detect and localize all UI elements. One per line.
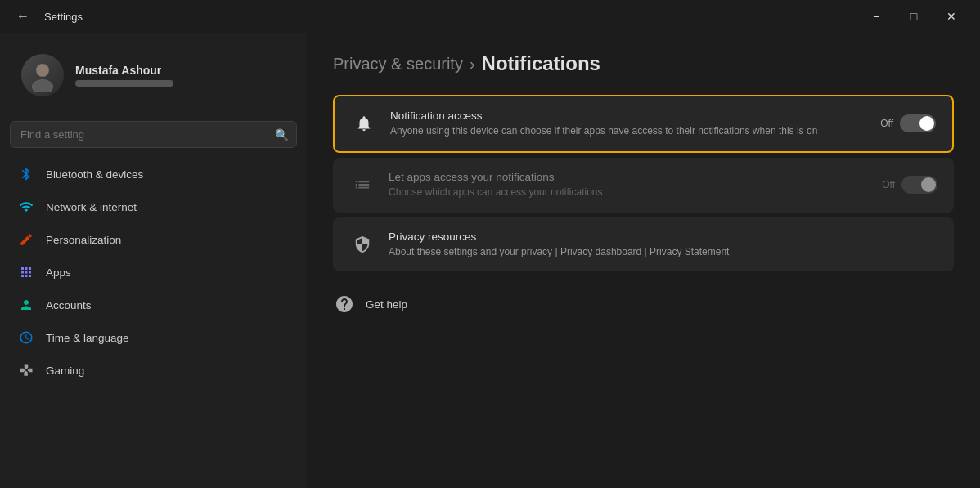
sidebar-label-accounts: Accounts	[46, 299, 92, 311]
privacy-resources-card[interactable]: Privacy resources About these settings a…	[333, 217, 954, 272]
let-apps-toggle-knob	[921, 177, 936, 192]
titlebar-left: ← Settings	[10, 6, 83, 27]
notification-access-toggle-label: Off	[880, 118, 893, 129]
sidebar-label-bluetooth: Bluetooth & devices	[46, 168, 143, 181]
avatar	[21, 54, 64, 96]
notification-access-toggle[interactable]	[900, 114, 936, 132]
user-info: Mustafa Ashour	[75, 64, 173, 87]
sidebar-label-time: Time & language	[46, 332, 129, 344]
privacy-resources-text: Privacy resources About these settings a…	[389, 231, 937, 259]
search-icon: 🔍	[275, 128, 289, 141]
get-help-text: Get help	[366, 298, 407, 311]
notification-access-control: Off	[880, 114, 936, 132]
gaming-icon	[18, 362, 34, 378]
notification-access-text: Notification access Anyone using this de…	[390, 110, 867, 138]
close-button[interactable]: ✕	[933, 3, 970, 29]
svg-point-2	[37, 65, 48, 76]
sidebar-item-personalization[interactable]: Personalization	[7, 223, 300, 256]
let-apps-toggle[interactable]	[901, 176, 937, 194]
sidebar-label-gaming: Gaming	[46, 365, 84, 377]
avatar-image	[21, 54, 64, 96]
let-apps-access-text: Let apps access your notifications Choos…	[389, 171, 869, 199]
toggle-knob	[919, 116, 934, 131]
sidebar-item-time[interactable]: Time & language	[7, 321, 300, 354]
privacy-resources-desc: About these settings and your privacy | …	[389, 245, 937, 259]
nav-list: Bluetooth & devices Network & internet P…	[0, 154, 307, 488]
content-area: Privacy & security › Notifications Notif…	[307, 33, 980, 488]
shield-icon	[349, 231, 375, 257]
app-title: Settings	[44, 11, 83, 23]
search-input[interactable]	[10, 121, 297, 148]
time-icon	[18, 329, 34, 346]
notification-access-desc: Anyone using this device can choose if t…	[390, 124, 867, 138]
accounts-icon	[18, 297, 34, 313]
maximize-button[interactable]: □	[895, 3, 933, 29]
user-email-placeholder	[75, 80, 173, 87]
sidebar-label-apps: Apps	[46, 266, 71, 279]
sidebar-label-network: Network & internet	[46, 201, 137, 213]
sidebar-item-network[interactable]: Network & internet	[7, 190, 300, 223]
bluetooth-icon	[18, 166, 34, 182]
sidebar-item-bluetooth[interactable]: Bluetooth & devices	[7, 158, 300, 190]
main-layout: Mustafa Ashour 🔍 Bluetooth & devices	[0, 33, 980, 488]
get-help-icon	[333, 293, 356, 316]
notification-access-title: Notification access	[390, 110, 867, 122]
breadcrumb-current: Notifications	[482, 52, 600, 75]
notification-access-card[interactable]: Notification access Anyone using this de…	[333, 95, 954, 153]
user-name: Mustafa Ashour	[75, 64, 173, 77]
list-icon	[349, 172, 375, 198]
user-profile[interactable]: Mustafa Ashour	[8, 39, 299, 111]
let-apps-access-title: Let apps access your notifications	[389, 171, 869, 183]
network-icon	[18, 199, 34, 215]
let-apps-access-card[interactable]: Let apps access your notifications Choos…	[333, 158, 954, 213]
sidebar: Mustafa Ashour 🔍 Bluetooth & devices	[0, 33, 307, 488]
sidebar-item-apps[interactable]: Apps	[7, 256, 300, 289]
apps-icon	[18, 264, 34, 280]
sidebar-item-accounts[interactable]: Accounts	[7, 289, 300, 321]
minimize-button[interactable]: −	[857, 3, 895, 29]
sidebar-item-gaming[interactable]: Gaming	[7, 354, 300, 387]
personalization-icon	[18, 231, 34, 248]
window-controls: − □ ✕	[857, 3, 970, 29]
back-button[interactable]: ←	[10, 6, 36, 27]
let-apps-access-desc: Choose which apps can access your notifi…	[389, 186, 869, 199]
privacy-resources-title: Privacy resources	[389, 231, 937, 243]
bell-icon	[351, 110, 377, 137]
breadcrumb-separator: ›	[470, 55, 475, 74]
get-help[interactable]: Get help	[333, 288, 954, 320]
let-apps-toggle-label: Off	[882, 179, 895, 190]
titlebar: ← Settings − □ ✕	[0, 0, 980, 33]
breadcrumb: Privacy & security › Notifications	[333, 52, 954, 75]
search-container: 🔍	[10, 121, 297, 148]
sidebar-label-personalization: Personalization	[46, 234, 121, 246]
let-apps-access-control: Off	[882, 176, 937, 194]
breadcrumb-parent[interactable]: Privacy & security	[333, 55, 463, 74]
